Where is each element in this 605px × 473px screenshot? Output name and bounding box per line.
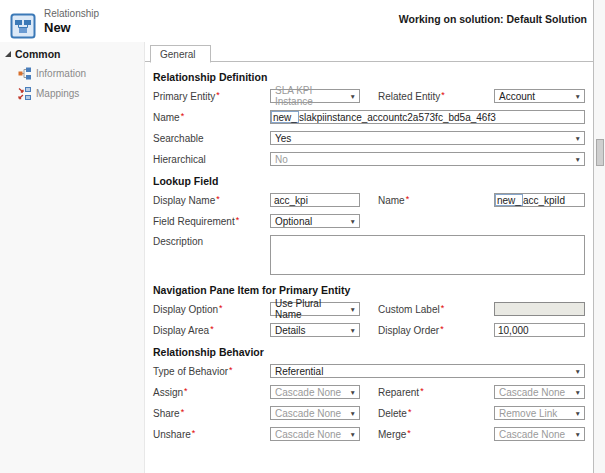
delete-select: Remove Link▼ (494, 406, 585, 420)
description-textarea[interactable] (270, 235, 585, 275)
sidebar-item-information[interactable]: Information (0, 67, 144, 80)
display-area-select[interactable]: Details▼ (270, 323, 360, 337)
unshare-label: Unshare* (153, 429, 270, 440)
display-order-input[interactable]: 10,000 (494, 323, 585, 337)
name-input[interactable]: new_slakpiinstance_accountc2a573fc_bd5a_… (270, 110, 585, 124)
searchable-select[interactable]: Yes▼ (270, 131, 585, 145)
required-marker: * (407, 428, 411, 438)
tab-strip: General (145, 42, 593, 62)
section-heading-navigation-pane: Navigation Pane Item for Primary Entity (153, 284, 593, 296)
assign-label: Assign* (153, 387, 270, 398)
required-marker: * (441, 303, 445, 313)
display-name-input[interactable]: acc_kpi (270, 193, 360, 207)
lookup-name-prefix: new_ (495, 194, 523, 206)
required-marker: * (210, 324, 214, 334)
expander-icon[interactable] (5, 51, 11, 57)
form-row: Searchable Yes▼ (153, 131, 593, 145)
required-marker: * (181, 111, 185, 121)
sidebar: Common Information Mappings (0, 42, 145, 473)
mappings-icon (18, 87, 31, 100)
form-row: Display Option* Use Plural Name▼ Custom … (153, 302, 593, 316)
dropdown-arrow-icon: ▼ (575, 410, 581, 417)
relationship-record-icon (10, 13, 36, 39)
sidebar-item-label: Mappings (36, 88, 79, 99)
type-of-behavior-select[interactable]: Referential▼ (270, 364, 585, 378)
type-of-behavior-label: Type of Behavior* (153, 366, 270, 377)
working-on-solution-label: Working on solution: Default Solution (399, 13, 587, 25)
required-marker: * (229, 365, 233, 375)
field-requirement-select[interactable]: Optional▼ (270, 214, 360, 228)
required-marker: * (408, 407, 412, 417)
searchable-label: Searchable (153, 133, 270, 144)
required-marker: * (192, 428, 196, 438)
display-option-select[interactable]: Use Plural Name▼ (270, 302, 360, 316)
common-group-label: Common (15, 48, 61, 60)
merge-select: Cascade None▼ (494, 427, 585, 441)
required-marker: * (219, 303, 223, 313)
dropdown-arrow-icon: ▼ (575, 431, 581, 438)
form-row: Hierarchical No▼ (153, 152, 593, 166)
name-label: Name* (153, 112, 270, 123)
reparent-select: Cascade None▼ (494, 385, 585, 399)
sidebar-item-label: Information (36, 68, 86, 79)
scrollbar-thumb[interactable] (596, 139, 604, 166)
dropdown-arrow-icon: ▼ (350, 431, 356, 438)
dropdown-arrow-icon: ▼ (575, 156, 581, 163)
lookup-name-input[interactable]: new_acc_kpiId (494, 193, 585, 207)
form-row: Display Name* acc_kpi Name* new_acc_kpiI… (153, 193, 593, 207)
description-label: Description (153, 235, 270, 249)
assign-select: Cascade None▼ (270, 385, 360, 399)
unshare-select: Cascade None▼ (270, 427, 360, 441)
custom-label-input (494, 302, 585, 316)
form-row: Name* new_slakpiinstance_accountc2a573fc… (153, 110, 593, 124)
dropdown-arrow-icon: ▼ (350, 218, 356, 225)
form-row: Description (153, 235, 593, 275)
share-select: Cascade None▼ (270, 406, 360, 420)
related-entity-label: Related Entity* (378, 91, 494, 102)
dropdown-arrow-icon: ▼ (575, 368, 581, 375)
form-row: Assign* Cascade None▼ Reparent* Cascade … (153, 385, 593, 399)
dropdown-arrow-icon: ▼ (575, 389, 581, 396)
form-row: Type of Behavior* Referential▼ (153, 364, 593, 378)
hierarchical-select: No▼ (270, 152, 585, 166)
dropdown-arrow-icon: ▼ (575, 93, 581, 100)
name-prefix: new_ (271, 111, 299, 123)
delete-label: Delete* (378, 408, 494, 419)
required-marker: * (181, 407, 185, 417)
required-marker: * (216, 90, 220, 100)
required-marker: * (216, 194, 220, 204)
hierarchical-label: Hierarchical (153, 154, 270, 165)
related-entity-select[interactable]: Account▼ (494, 89, 585, 103)
record-name: New (44, 20, 99, 35)
dropdown-arrow-icon: ▼ (350, 93, 356, 100)
form-row: Share* Cascade None▼ Delete* Remove Link… (153, 406, 593, 420)
display-option-label: Display Option* (153, 304, 270, 315)
primary-entity-label: Primary Entity* (153, 91, 270, 102)
required-marker: * (236, 215, 240, 225)
required-marker: * (420, 386, 424, 396)
required-marker: * (406, 194, 410, 204)
display-name-label: Display Name* (153, 195, 270, 206)
section-heading-relationship-definition: Relationship Definition (153, 71, 593, 83)
share-label: Share* (153, 408, 270, 419)
form-row: Display Area* Details▼ Display Order* 10… (153, 323, 593, 337)
dropdown-arrow-icon: ▼ (350, 306, 356, 313)
form-content: General Relationship Definition Primary … (145, 42, 593, 473)
relationship-diagram-icon (18, 67, 31, 80)
dropdown-arrow-icon: ▼ (350, 327, 356, 334)
dropdown-arrow-icon: ▼ (350, 410, 356, 417)
required-marker: * (441, 90, 445, 100)
record-type-label: Relationship (44, 8, 99, 19)
vertical-scrollbar[interactable] (593, 0, 605, 473)
form-row: Field Requirement* Optional▼ (153, 214, 593, 228)
primary-entity-select: SLA KPI Instance▼ (270, 89, 360, 103)
sidebar-group-common[interactable]: Common (0, 48, 144, 60)
tab-general[interactable]: General (150, 45, 211, 63)
display-order-label: Display Order* (378, 325, 494, 336)
dropdown-arrow-icon: ▼ (350, 389, 356, 396)
display-area-label: Display Area* (153, 325, 270, 336)
sidebar-item-mappings[interactable]: Mappings (0, 87, 144, 100)
merge-label: Merge* (378, 429, 494, 440)
section-heading-lookup-field: Lookup Field (153, 175, 593, 187)
required-marker: * (440, 324, 444, 334)
